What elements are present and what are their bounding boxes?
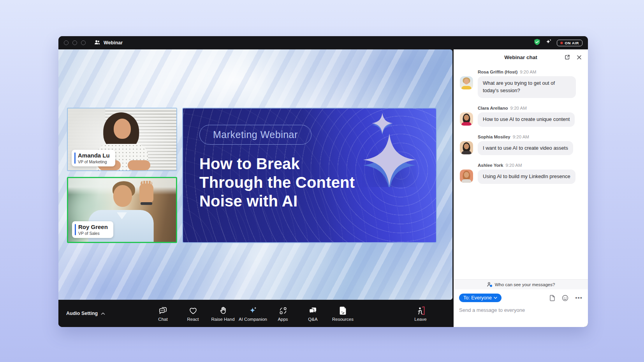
pop-out-icon[interactable] [564,54,570,60]
chat-title: Webinar chat [504,54,537,60]
avatar-clara-arellano [460,112,473,126]
webinar-stage: Amanda Lu VP of Marketing Roy Green VP o [58,49,454,327]
chat-message: Rosa Griffin (Host)9:20 AM What are you … [460,70,582,98]
message-time: 9:20 AM [513,135,529,139]
window-controls[interactable] [64,40,86,45]
meeting-toolbar: Audio Setting Chat React Raise Hand [58,300,454,327]
message-bubble: What are you trying to get out of today'… [478,76,576,98]
chevron-down-icon [494,297,497,299]
webinar-window: Webinar ON AIR [58,36,588,327]
nametag-roy: Roy Green VP of Sales [72,221,113,238]
person-check-icon [487,282,493,287]
ai-companion-button[interactable]: AI Companion [238,300,268,327]
emoji-icon[interactable] [562,295,568,301]
message-author: Rosa Griffin (Host) [478,70,517,74]
audio-setting-button[interactable]: Audio Setting [66,311,105,316]
leave-button[interactable]: Leave [409,300,432,327]
react-button[interactable]: React [178,300,208,327]
slide-badge: Marketing Webinar [199,125,311,145]
message-time: 9:20 AM [510,106,527,110]
recipient-selector[interactable]: To: Everyone [459,294,501,302]
security-shield-icon[interactable] [534,38,540,47]
apps-icon [278,306,288,316]
raise-hand-button[interactable]: Raise Hand [208,300,238,327]
more-options-icon[interactable]: ••• [575,296,582,300]
message-time: 9:20 AM [505,163,522,168]
avatar-ashlee-york [460,170,473,183]
chat-message-list[interactable]: Rosa Griffin (Host)9:20 AM What are you … [454,65,588,279]
chevron-up-icon [101,312,105,315]
chat-button[interactable]: Chat [148,300,178,327]
chat-message: Clara Arellano9:20 AM How to use AI to c… [460,106,582,127]
qa-button[interactable]: Q&A [298,300,328,327]
webinar-chat-panel: Webinar chat Rosa Griffin (Host)9:20 AM … [454,49,588,327]
chat-message-input[interactable]: Send a message to everyone [454,304,588,318]
message-bubble: I want to use AI to create video assets [478,141,573,156]
shared-presentation-slide[interactable]: Marketing Webinar How to Break Through t… [182,108,437,243]
participant-name: Amanda Lu [78,152,110,159]
heart-icon [188,306,198,316]
chat-message: Sophia Mosiley9:20 AM I want to use AI t… [460,135,582,156]
avatar-sophia-mosiley [460,141,473,154]
chat-message: Ashlee York9:20 AM Using AI to build my … [460,163,582,184]
close-icon[interactable] [577,55,582,60]
participant-role: VP of Sales [78,231,108,236]
ai-sparkle-icon [248,306,258,316]
slide-star-shape-large [362,133,417,187]
qa-bubbles-icon [308,306,318,316]
participants-icon [94,40,100,46]
leave-door-icon [415,306,426,316]
attach-file-icon[interactable] [549,295,555,301]
stage-background: Amanda Lu VP of Marketing Roy Green VP o [58,49,452,300]
window-title: Webinar [104,40,123,45]
avatar-rosa-griffin [460,76,473,89]
slide-title: How to Break Through the Content Noise w… [199,154,355,210]
window-close-button[interactable] [64,40,69,45]
message-bubble: Using AI to build my LinkedIn presence [478,170,575,184]
message-time: 9:20 AM [520,70,536,74]
message-author: Ashlee York [478,163,503,168]
on-air-badge: ON AIR [557,40,583,46]
raised-hand-icon [218,306,228,316]
window-minimize-button[interactable] [72,40,77,45]
window-zoom-button[interactable] [81,40,86,45]
ai-companion-status-icon[interactable] [545,38,552,47]
message-author: Sophia Mosiley [478,135,510,139]
message-visibility-info[interactable]: Who can see your messages? [454,279,588,289]
video-tile-amanda[interactable]: Amanda Lu VP of Marketing [67,108,177,171]
video-tile-roy-active-speaker[interactable]: Roy Green VP of Sales [67,177,177,243]
chat-bubble-icon [158,306,168,316]
on-air-dot-icon [560,42,563,44]
resources-button[interactable]: Resources [328,300,358,327]
resources-document-icon [338,306,348,316]
message-bubble: How to use AI to create unique content [478,112,575,127]
participant-name: Roy Green [78,224,108,231]
slide-star-shape-small [371,112,393,134]
message-author: Clara Arellano [478,106,508,110]
participant-role: VP of Marketing [78,159,110,164]
apps-button[interactable]: Apps [268,300,298,327]
titlebar: Webinar ON AIR [58,36,588,49]
chat-footer: Who can see your messages? To: Everyone … [454,279,588,327]
chat-header: Webinar chat [454,49,588,65]
nametag-amanda: Amanda Lu VP of Marketing [72,150,115,166]
